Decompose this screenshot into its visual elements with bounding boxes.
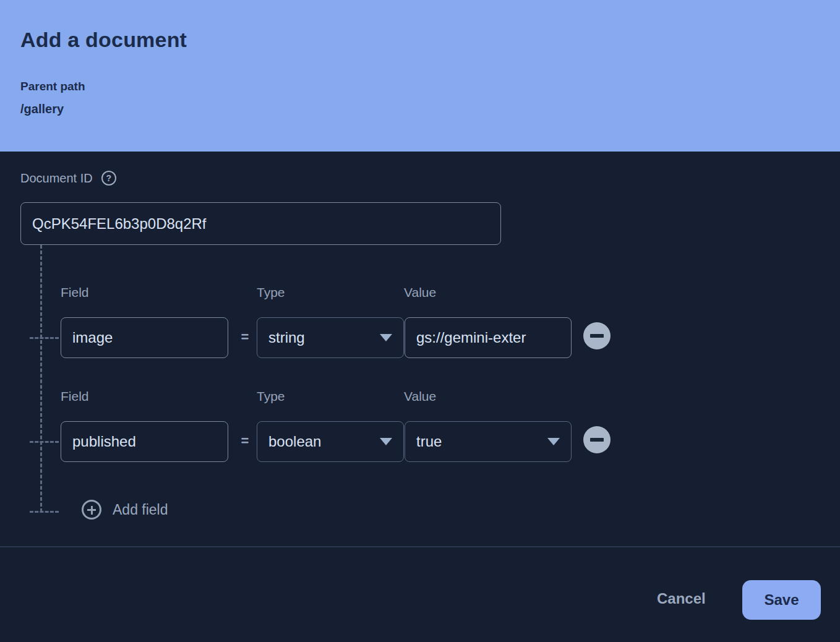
equals-sign: = xyxy=(238,329,252,345)
equals-sign: = xyxy=(238,433,252,449)
minus-icon xyxy=(590,334,604,338)
parent-path-value: /gallery xyxy=(20,102,64,116)
chevron-down-icon xyxy=(547,438,560,445)
document-id-input[interactable] xyxy=(20,202,501,245)
document-id-label-row: Document ID ? xyxy=(20,171,116,186)
document-id-label: Document ID xyxy=(20,171,93,186)
chevron-down-icon xyxy=(380,334,392,341)
add-document-dialog: Add a document Parent path /gallery Docu… xyxy=(0,0,840,642)
tree-connector-branch xyxy=(30,511,59,513)
minus-icon xyxy=(590,438,604,442)
tree-connector-branch xyxy=(30,441,59,443)
field-type-selected-value: boolean xyxy=(268,433,321,450)
field-type-selected-value: string xyxy=(268,329,305,346)
type-column-label: Type xyxy=(257,389,285,404)
field-type-select[interactable]: boolean xyxy=(257,421,404,462)
cancel-button[interactable]: Cancel xyxy=(643,584,719,614)
tree-connector-branch xyxy=(30,337,59,339)
footer-divider xyxy=(0,546,840,547)
parent-path-label: Parent path xyxy=(20,80,85,93)
tree-connector-vertical xyxy=(40,245,42,512)
dialog-title: Add a document xyxy=(20,28,187,52)
field-column-label: Field xyxy=(61,389,89,404)
type-column-label: Type xyxy=(257,285,285,300)
field-name-input[interactable] xyxy=(61,421,228,462)
field-type-select[interactable]: string xyxy=(257,317,404,358)
help-icon[interactable]: ? xyxy=(101,171,116,186)
add-field-button[interactable]: Add field xyxy=(82,500,168,520)
value-column-label: Value xyxy=(404,389,436,404)
chevron-down-icon xyxy=(380,438,392,445)
dialog-header: Add a document Parent path /gallery xyxy=(0,0,840,152)
add-field-label: Add field xyxy=(113,502,168,518)
field-column-label: Field xyxy=(61,285,89,300)
remove-field-button[interactable] xyxy=(583,322,611,349)
save-button[interactable]: Save xyxy=(742,580,821,620)
field-name-input[interactable] xyxy=(61,317,228,358)
plus-circle-icon xyxy=(82,500,101,520)
field-value-select[interactable]: true xyxy=(405,421,572,462)
value-column-label: Value xyxy=(404,285,436,300)
remove-field-button[interactable] xyxy=(583,426,611,453)
field-value-input[interactable] xyxy=(405,317,572,358)
field-value-selected-value: true xyxy=(416,433,442,450)
